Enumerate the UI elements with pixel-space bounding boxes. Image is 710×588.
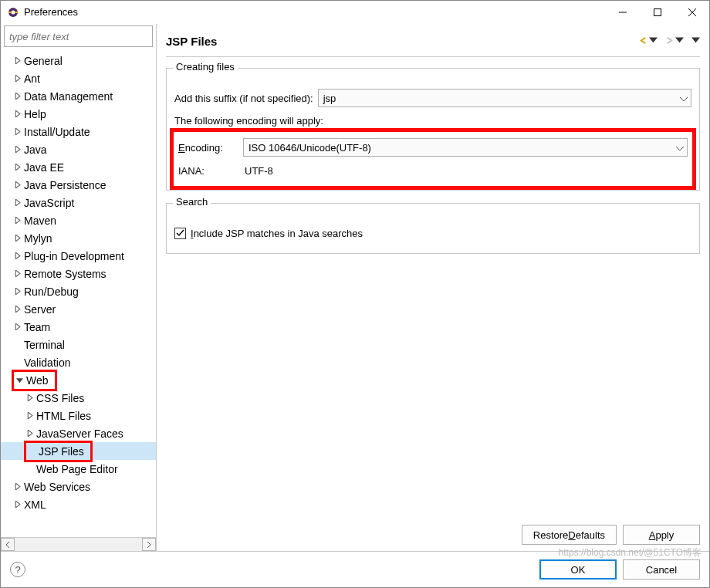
chevron-right-icon[interactable] — [12, 75, 22, 82]
tree-item[interactable]: JSP Files — [1, 442, 156, 460]
scroll-track[interactable] — [15, 538, 142, 551]
chevron-right-icon[interactable] — [24, 430, 35, 437]
search-group: Search Include JSP matches in Java searc… — [166, 203, 700, 254]
tree-item-label: Team — [22, 319, 52, 336]
iana-value: UTF-8 — [245, 165, 273, 177]
tree-item[interactable]: Web Page Editor — [1, 460, 156, 478]
tree-item[interactable]: Plug-in Development — [1, 247, 156, 265]
tree-item[interactable]: Data Management — [1, 87, 156, 105]
tree-item-label: XML — [22, 496, 48, 513]
include-jsp-checkbox[interactable] — [174, 228, 186, 239]
chevron-right-icon[interactable] — [12, 164, 22, 171]
minimize-button[interactable] — [605, 1, 640, 23]
preferences-window: Preferences GeneralAntData ManagementHel… — [0, 0, 710, 588]
encoding-label: Encoding: — [178, 142, 238, 154]
back-dropdown-icon[interactable] — [649, 35, 658, 47]
scroll-left-button[interactable] — [1, 538, 15, 551]
tree-item[interactable]: Team — [1, 318, 156, 336]
ok-button[interactable]: OK — [539, 559, 617, 580]
help-icon[interactable]: ? — [10, 562, 25, 577]
menu-dropdown-icon[interactable] — [691, 35, 700, 47]
tree-item[interactable]: Install/Update — [1, 123, 156, 140]
tree-item[interactable]: Ant — [1, 69, 156, 87]
tree-item-label: Maven — [22, 212, 58, 229]
tree-item-label: Web Page Editor — [35, 461, 120, 478]
tree-item-label: Install/Update — [22, 123, 92, 140]
tree-item-label: Terminal — [22, 336, 66, 353]
tree-item[interactable]: Mylyn — [1, 229, 156, 247]
preferences-tree[interactable]: GeneralAntData ManagementHelpInstall/Upd… — [1, 50, 156, 537]
tree-item-label: JavaScript — [22, 194, 76, 211]
chevron-right-icon[interactable] — [12, 181, 22, 188]
chevron-down-icon[interactable] — [14, 377, 25, 384]
filter-input[interactable] — [8, 30, 149, 43]
chevron-right-icon[interactable] — [12, 217, 22, 224]
tree-item-label: JavaServer Faces — [35, 425, 125, 442]
chevron-right-icon[interactable] — [12, 199, 22, 206]
chevron-right-icon[interactable] — [12, 57, 22, 64]
chevron-right-icon[interactable] — [24, 412, 35, 419]
tree-item[interactable]: Run/Debug — [1, 282, 156, 300]
chevron-right-icon[interactable] — [12, 270, 22, 277]
sidebar: GeneralAntData ManagementHelpInstall/Upd… — [1, 24, 157, 551]
tree-item[interactable]: Web Services — [1, 478, 156, 495]
suffix-combo[interactable]: jsp — [318, 89, 691, 107]
tree-item-label: Validation — [22, 354, 72, 371]
scroll-right-button[interactable] — [142, 538, 156, 551]
tree-item[interactable]: Terminal — [1, 336, 156, 353]
tree-item[interactable]: Java Persistence — [1, 176, 156, 194]
tree-item-label: Java — [22, 141, 49, 158]
chevron-right-icon[interactable] — [12, 501, 22, 508]
chevron-right-icon[interactable] — [12, 110, 22, 117]
close-button[interactable] — [674, 1, 709, 23]
tree-item[interactable]: Java EE — [1, 158, 156, 176]
tree-item-label: Mylyn — [22, 230, 54, 247]
tree-item[interactable]: Help — [1, 105, 156, 123]
page-buttons: Restore Defaults Apply — [166, 520, 700, 545]
svg-rect-2 — [654, 8, 661, 15]
tree-item-label: General — [22, 52, 64, 69]
forward-dropdown-icon[interactable] — [675, 35, 684, 47]
tree-item-label: Help — [22, 106, 48, 123]
forward-icon[interactable] — [665, 35, 674, 47]
chevron-right-icon[interactable] — [24, 394, 35, 401]
tree-item[interactable]: Web — [1, 371, 156, 389]
chevron-right-icon[interactable] — [12, 288, 22, 295]
restore-defaults-button[interactable]: Restore Defaults — [522, 525, 617, 545]
dialog-footer: ? OK Cancel — [1, 551, 709, 587]
tree-item-label: Server — [22, 301, 57, 318]
tree-item[interactable]: CSS Files — [1, 389, 156, 407]
horizontal-scrollbar[interactable] — [1, 537, 156, 551]
chevron-right-icon[interactable] — [12, 93, 22, 100]
chevron-right-icon[interactable] — [12, 483, 22, 490]
titlebar: Preferences — [1, 1, 709, 24]
window-title: Preferences — [24, 6, 78, 18]
encoding-combo[interactable]: ISO 10646/Unicode(UTF-8) — [243, 138, 688, 157]
footer-buttons: OK Cancel — [539, 559, 700, 580]
tree-item-label: JSP Files — [37, 443, 86, 460]
back-icon[interactable] — [639, 35, 647, 47]
maximize-button[interactable] — [640, 1, 674, 23]
window-controls — [605, 1, 709, 23]
suffix-row: Add this suffix (if not specified): jsp — [174, 87, 691, 109]
tree-item[interactable]: HTML Files — [1, 407, 156, 424]
suffix-value: jsp — [323, 93, 680, 104]
chevron-right-icon[interactable] — [12, 146, 22, 153]
chevron-right-icon[interactable] — [12, 235, 22, 242]
tree-item[interactable]: Remote Systems — [1, 265, 156, 282]
tree-item[interactable]: Java — [1, 140, 156, 158]
tree-item[interactable]: JavaScript — [1, 194, 156, 211]
chevron-right-icon[interactable] — [12, 306, 22, 313]
tree-item-label: Ant — [22, 70, 42, 87]
tree-item[interactable]: Maven — [1, 211, 156, 229]
tree-item[interactable]: Server — [1, 300, 156, 318]
page-title: JSP Files — [166, 35, 217, 48]
chevron-right-icon[interactable] — [12, 128, 22, 135]
chevron-right-icon[interactable] — [12, 252, 22, 259]
tree-item-label: Web — [25, 372, 50, 389]
cancel-button[interactable]: Cancel — [623, 559, 700, 580]
apply-button[interactable]: Apply — [623, 525, 700, 545]
tree-item[interactable]: XML — [1, 495, 156, 513]
tree-item[interactable]: General — [1, 52, 156, 69]
chevron-right-icon[interactable] — [12, 323, 22, 330]
